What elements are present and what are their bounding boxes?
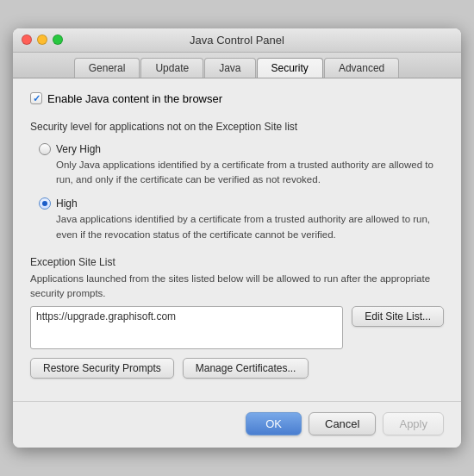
java-control-panel-window: Java Control Panel General Update Java S… (13, 28, 461, 448)
close-button[interactable] (22, 34, 32, 45)
exception-site-section: Exception Site List Applications launche… (30, 256, 444, 379)
tab-update[interactable]: Update (140, 58, 203, 78)
security-level-radio-group: Very High Only Java applications identif… (39, 143, 444, 242)
apply-button: Apply (383, 412, 444, 435)
radio-label-high: High (56, 197, 78, 210)
tab-java[interactable]: Java (204, 58, 255, 78)
radio-header-very-high: Very High (39, 143, 444, 155)
enable-java-label: Enable Java content in the browser (47, 92, 222, 105)
radio-desc-very-high: Only Java applications identified by a c… (56, 158, 444, 188)
site-list-box: https://upgrade.graphisoft.com (30, 306, 343, 349)
manage-certificates-button[interactable]: Manage Certificates... (183, 358, 309, 379)
title-bar: Java Control Panel (13, 28, 461, 53)
tab-security[interactable]: Security (257, 58, 323, 78)
security-panel-content: Enable Java content in the browser Secur… (13, 78, 461, 402)
radio-desc-high: Java applications identified by a certif… (56, 212, 444, 242)
restore-security-prompts-button[interactable]: Restore Security Prompts (30, 358, 174, 379)
tab-advanced[interactable]: Advanced (324, 58, 399, 78)
tabs-bar: General Update Java Security Advanced (13, 53, 461, 78)
exception-site-heading: Exception Site List (30, 256, 444, 268)
radio-very-high[interactable] (39, 143, 51, 155)
cancel-button[interactable]: Cancel (309, 412, 376, 435)
radio-high[interactable] (39, 197, 51, 210)
traffic-lights (22, 34, 63, 45)
edit-site-list-button[interactable]: Edit Site List... (352, 306, 444, 327)
site-list-value: https://upgrade.graphisoft.com (36, 310, 176, 323)
window-title: Java Control Panel (190, 34, 284, 47)
ok-button[interactable]: OK (246, 412, 302, 435)
tab-general[interactable]: General (74, 58, 140, 78)
radio-header-high: High (39, 197, 444, 210)
radio-item-high: High Java applications identified by a c… (39, 197, 444, 242)
maximize-button[interactable] (53, 34, 63, 45)
bottom-buttons-row: Restore Security Prompts Manage Certific… (30, 358, 444, 379)
enable-java-row: Enable Java content in the browser (30, 92, 444, 105)
side-buttons: Edit Site List... (352, 306, 444, 327)
footer: OK Cancel Apply (13, 401, 461, 448)
radio-item-very-high: Very High Only Java applications identif… (39, 143, 444, 188)
radio-label-very-high: Very High (56, 143, 101, 155)
exception-site-desc: Applications launched from the sites lis… (30, 272, 444, 302)
minimize-button[interactable] (37, 34, 47, 45)
exception-site-row: https://upgrade.graphisoft.com Edit Site… (30, 306, 444, 349)
enable-java-checkbox[interactable] (30, 92, 42, 104)
security-level-heading: Security level for applications not on t… (30, 121, 444, 133)
